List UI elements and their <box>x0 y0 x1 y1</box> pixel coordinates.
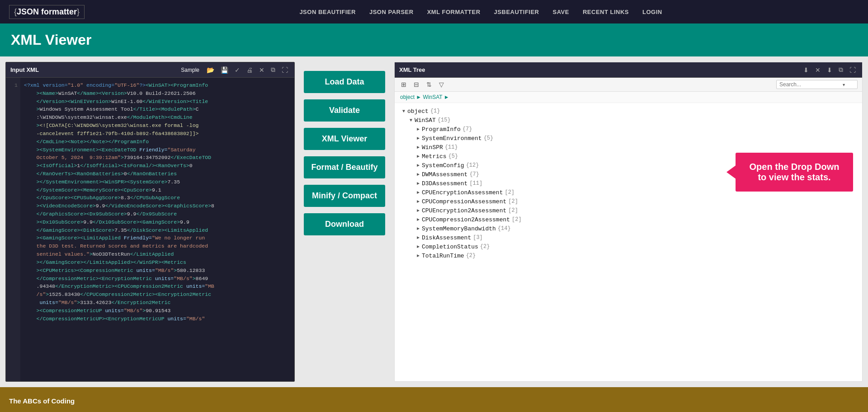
nav-save[interactable]: SAVE <box>553 9 569 15</box>
tree-arrow-systemmemorybandwidth[interactable] <box>415 225 422 232</box>
check-icon[interactable]: ✓ <box>233 66 242 75</box>
nav-json-parser[interactable]: JSON PARSER <box>369 9 414 15</box>
tree-key-cpucompression2: CPUCompression2Assessment <box>422 216 510 223</box>
minify-compact-button[interactable]: Minify / Compact <box>304 185 385 207</box>
tree-key-systemenvironment: SystemEnvironment <box>422 135 482 142</box>
tree-row-completionstatus[interactable]: CompletionStatus {2} <box>400 242 857 251</box>
tree-arrow-completionstatus[interactable] <box>415 243 422 250</box>
collapse-all-icon[interactable]: ⬇ <box>802 66 811 75</box>
tree-row-winsat[interactable]: WinSAT {15} <box>400 116 857 125</box>
tree-arrow-cpuencryption[interactable] <box>415 189 422 196</box>
bottom-banner: The ABCs of Coding <box>0 387 868 412</box>
tree-arrow-programinfo[interactable] <box>415 126 422 133</box>
tree-key-winsat: WinSAT <box>415 117 436 124</box>
tree-arrow-d3dassessment[interactable] <box>415 180 422 187</box>
tree-count-metrics: {5} <box>448 153 458 159</box>
tree-arrow-object[interactable] <box>400 108 407 115</box>
collapse-all-btn[interactable]: ⊟ <box>412 80 421 89</box>
sort-btn[interactable]: ⇅ <box>425 80 434 89</box>
tree-row-diskassessment[interactable]: DiskAssessment [3] <box>400 233 857 242</box>
format-beautify-button[interactable]: Format / Beautify <box>304 156 385 178</box>
validate-button[interactable]: Validate <box>304 99 385 122</box>
nav-jsbeautifier[interactable]: JSBEAUTIFIER <box>494 9 539 15</box>
code-content[interactable]: <?xml version="1.0" encoding="UTF-16"?><… <box>20 78 294 381</box>
download-button[interactable]: Download <box>304 213 385 235</box>
tree-key-programinfo: ProgramInfo <box>422 126 461 133</box>
tree-row-cpuencryption2[interactable]: CPUEncryption2Assessment [2] <box>400 206 857 215</box>
tree-key-cpuencryption2: CPUEncryption2Assessment <box>422 207 506 214</box>
tree-row-systemmemorybandwidth[interactable]: SystemMemoryBandwidth {14} <box>400 224 857 233</box>
tree-arrow-cpucompression2[interactable] <box>415 216 422 223</box>
tree-row-cpucompression2[interactable]: CPUCompression2Assessment [2] <box>400 215 857 224</box>
tree-count-systemmemorybandwidth: {14} <box>498 225 511 232</box>
tree-row-systemenvironment[interactable]: SystemEnvironment {5} <box>400 134 857 143</box>
nav-links: JSON BEAUTIFIER JSON PARSER XML FORMATTE… <box>103 9 859 15</box>
tree-key-metrics: Metrics <box>422 153 447 160</box>
middle-panel: Load Data Validate XML Viewer Format / B… <box>295 62 394 382</box>
print-icon[interactable]: 🖨 <box>245 66 255 75</box>
nav-login[interactable]: LOGIN <box>642 9 662 15</box>
tree-arrow-diskassessment[interactable] <box>415 234 422 241</box>
tree-key-systemconfig: SystemConfig <box>422 162 464 169</box>
tree-count-d3dassessment: [11] <box>469 180 482 187</box>
tree-row-programinfo[interactable]: ProgramInfo {7} <box>400 125 857 134</box>
breadcrumb-bar: object ► WinSAT ► <box>395 92 862 103</box>
tree-count-object: {1} <box>430 108 440 114</box>
tree-row-cpucompression[interactable]: CPUCompressionAssessment [2] <box>400 197 857 206</box>
tree-arrow-winsat[interactable] <box>407 117 415 124</box>
tree-content: object {1} WinSAT {15} ProgramInfo {7} S… <box>395 103 862 381</box>
tree-count-winsat: {15} <box>438 117 451 123</box>
tree-count-systemenvironment: {5} <box>484 135 494 141</box>
tree-count-cpuencryption: [2] <box>505 189 514 196</box>
filter-btn[interactable]: ▽ <box>437 80 446 89</box>
xml-viewer-button[interactable]: XML Viewer <box>304 128 385 150</box>
tree-arrow-systemconfig[interactable] <box>415 162 422 169</box>
tree-row-winspr[interactable]: WinSPR {11} <box>400 143 857 152</box>
expand-all-btn[interactable]: ⊞ <box>399 80 408 89</box>
search-dropdown-icon[interactable]: ▾ <box>843 82 845 87</box>
tree-arrow-cpucompression[interactable] <box>415 198 422 205</box>
clear-icon[interactable]: ✕ <box>257 66 266 75</box>
right-panel: XML Tree ⬇ ✕ ⬇ ⧉ ⛶ ⊞ ⊟ ⇅ ▽ ▾ object ► Wi… <box>394 62 863 382</box>
left-panel-actions: Sample 📂 💾 ✓ 🖨 ✕ ⧉ ⛶ <box>181 65 290 75</box>
tree-count-winspr: {11} <box>445 144 458 150</box>
left-panel: Input XML Sample 📂 💾 ✓ 🖨 ✕ ⧉ ⛶ 1 <?xml v… <box>5 62 295 382</box>
sample-button[interactable]: Sample <box>181 67 199 73</box>
download-right-icon[interactable]: ⬇ <box>825 66 834 75</box>
nav-xml-formatter[interactable]: XML FORMATTER <box>427 9 481 15</box>
tree-arrow-systemenvironment[interactable] <box>415 135 422 142</box>
close-right-icon[interactable]: ✕ <box>813 66 822 75</box>
load-data-button[interactable]: Load Data <box>304 71 385 93</box>
tree-key-cpuencryption: CPUEncryptionAssessment <box>422 189 503 196</box>
tooltip-box: Open the Drop Down to view the stats. <box>736 153 853 192</box>
tree-key-winspr: WinSPR <box>422 144 443 151</box>
tree-arrow-totalruntime[interactable] <box>415 252 422 259</box>
tree-arrow-winspr[interactable] <box>415 144 422 151</box>
tree-row-totalruntime[interactable]: TotalRunTime {2} <box>400 251 857 260</box>
save-file-icon[interactable]: 💾 <box>219 66 230 75</box>
tree-key-d3dassessment: D3DAssessment <box>422 180 467 187</box>
page-header: XML Viewer <box>0 23 868 56</box>
expand-right-icon[interactable]: ⛶ <box>848 66 858 75</box>
page-title: XML Viewer <box>11 32 857 48</box>
tree-key-systemmemorybandwidth: SystemMemoryBandwidth <box>422 225 496 232</box>
tree-row-object[interactable]: object {1} <box>400 107 857 116</box>
tree-key-totalruntime: TotalRunTime <box>422 253 464 259</box>
copy-icon[interactable]: ⧉ <box>269 65 277 75</box>
breadcrumb-link[interactable]: object ► WinSAT ► <box>400 94 449 100</box>
nav-json-beautifier[interactable]: JSON BEAUTIFIER <box>299 9 356 15</box>
tree-arrow-cpuencryption2[interactable] <box>415 207 422 214</box>
nav-recent-links[interactable]: RECENT LINKS <box>583 9 629 15</box>
left-panel-header: Input XML Sample 📂 💾 ✓ 🖨 ✕ ⧉ ⛶ <box>6 62 294 78</box>
expand-icon[interactable]: ⛶ <box>280 66 290 75</box>
copy-right-icon[interactable]: ⧉ <box>837 65 845 75</box>
tree-search-input[interactable] <box>779 81 843 88</box>
open-file-icon[interactable]: 📂 <box>205 66 216 75</box>
tree-key-object: object <box>407 108 429 115</box>
tree-key-diskassessment: DiskAssessment <box>422 234 471 241</box>
tree-arrow-dwmassessment[interactable] <box>415 171 422 178</box>
tree-key-dwmassessment: DWMAssessment <box>422 171 467 178</box>
tree-count-cpucompression: [2] <box>508 198 518 205</box>
tree-arrow-metrics[interactable] <box>415 153 422 160</box>
tree-count-dwmassessment: {7} <box>469 171 479 178</box>
